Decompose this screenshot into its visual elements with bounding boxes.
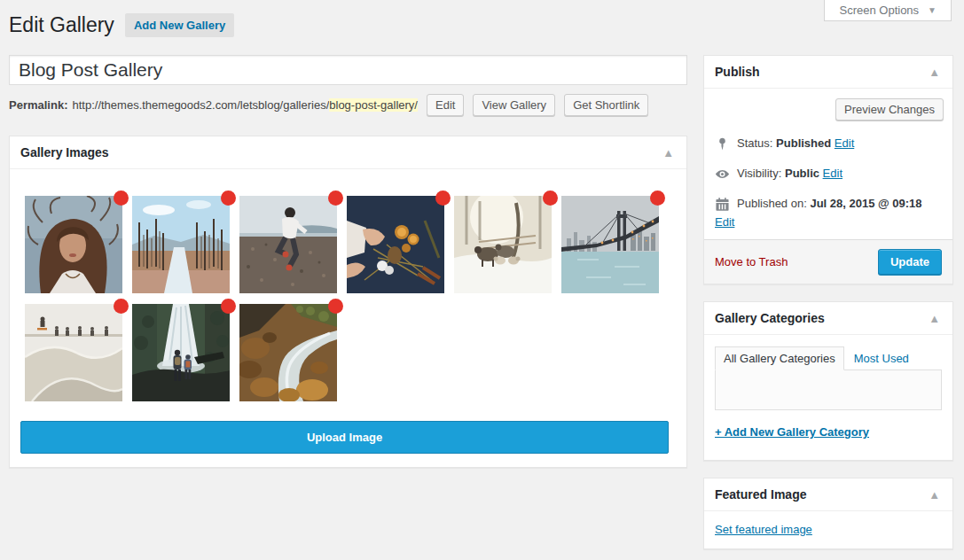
update-button[interactable]: Update <box>878 249 942 275</box>
publish-title: Publish <box>715 64 760 80</box>
gallery-thumbnail[interactable] <box>347 196 444 293</box>
gallery-thumbnail[interactable] <box>132 196 230 293</box>
gallery-thumbnail[interactable] <box>454 196 552 293</box>
edit-published-date-link[interactable]: Edit <box>715 215 734 229</box>
chevron-down-icon: ▼ <box>928 5 937 15</box>
featured-image-title: Featured Image <box>715 486 806 502</box>
screen-options-tab[interactable]: Screen Options ▼ <box>824 0 952 21</box>
status-text: Status: Published Edit <box>737 135 854 152</box>
brooklyn-bridge-image <box>561 196 659 293</box>
craft-flatlay-image <box>347 196 444 293</box>
pin-status-icon <box>715 136 730 152</box>
category-tabs: All Gallery Categories Most Used <box>715 346 942 369</box>
publish-metabox: Publish ▲ Preview Changes Status: Publis… <box>703 55 953 284</box>
visibility-text: Visibility: Public Edit <box>737 165 843 183</box>
gallery-categories-header: Gallery Categories ▲ <box>704 302 952 335</box>
gallery-images-title: Gallery Images <box>20 144 109 160</box>
tab-most-used[interactable]: Most Used <box>844 347 919 369</box>
skatepark-image <box>25 304 122 401</box>
status-row: Status: Published Edit <box>715 135 942 152</box>
rocky-stream-image <box>239 304 337 401</box>
gallery-images-header: Gallery Images ▲ <box>10 136 686 169</box>
permalink-label: Permalink: <box>9 98 67 112</box>
add-new-category-link[interactable]: + Add New Gallery Category <box>715 425 869 439</box>
edit-permalink-button[interactable]: Edit <box>427 94 464 116</box>
collapse-toggle-icon[interactable]: ▲ <box>927 312 942 325</box>
runner-beach-image <box>239 196 337 293</box>
published-on-text: Published on: Jul 28, 2015 @ 09:18 <box>737 195 922 213</box>
view-gallery-button[interactable]: View Gallery <box>473 94 555 116</box>
gallery-thumbnail[interactable] <box>132 304 230 401</box>
gallery-title-input[interactable] <box>9 55 687 85</box>
gallery-images-metabox: Gallery Images ▲ <box>9 136 687 468</box>
publish-header: Publish ▲ <box>704 56 952 89</box>
tab-all-categories[interactable]: All Gallery Categories <box>715 346 844 370</box>
remove-image-button[interactable] <box>543 191 558 206</box>
remove-image-button[interactable] <box>114 191 129 206</box>
remove-image-button[interactable] <box>435 191 451 206</box>
page-title: Edit Gallery <box>9 12 114 38</box>
visibility-row: Visibility: Public Edit <box>715 165 942 183</box>
gallery-thumbnails-grid <box>19 196 678 401</box>
gallery-thumbnail[interactable] <box>239 196 337 293</box>
category-list-panel <box>715 369 942 410</box>
calendar-icon <box>715 197 730 212</box>
get-shortlink-button[interactable]: Get Shortlink <box>564 94 648 116</box>
featured-image-header: Featured Image ▲ <box>704 478 952 511</box>
featured-image-metabox: Featured Image ▲ Set featured image <box>703 478 953 549</box>
remove-image-button[interactable] <box>221 191 236 206</box>
edit-visibility-link[interactable]: Edit <box>823 167 843 180</box>
remove-image-button[interactable] <box>328 191 343 206</box>
published-on-row: Published on: Jul 28, 2015 @ 09:18 <box>715 195 942 213</box>
burned-forest-image <box>132 196 230 293</box>
permalink-url: http://themes.themegoods2.com/letsblog/g… <box>72 98 418 112</box>
gallery-thumbnail[interactable] <box>25 304 122 401</box>
page-heading-row: Edit Gallery Add New Gallery <box>9 12 964 38</box>
add-new-gallery-button[interactable]: Add New Gallery <box>125 13 234 37</box>
preview-changes-button[interactable]: Preview Changes <box>835 98 944 121</box>
gallery-thumbnail[interactable] <box>239 304 337 401</box>
remove-image-button[interactable] <box>221 299 236 314</box>
move-to-trash-link[interactable]: Move to Trash <box>715 255 788 268</box>
set-featured-image-link[interactable]: Set featured image <box>715 523 812 536</box>
edit-status-link[interactable]: Edit <box>835 136 854 150</box>
sheep-snow-image <box>454 196 552 293</box>
remove-image-button[interactable] <box>328 299 343 314</box>
waterfall-hikers-image <box>132 304 230 401</box>
publishing-actions: Move to Trash Update <box>704 239 952 284</box>
collapse-toggle-icon[interactable]: ▲ <box>927 66 942 79</box>
upload-image-button[interactable]: Upload Image <box>20 421 669 454</box>
collapse-toggle-icon[interactable]: ▲ <box>927 488 942 502</box>
remove-image-button[interactable] <box>114 299 129 314</box>
gallery-thumbnail[interactable] <box>25 196 122 293</box>
screen-options-label: Screen Options <box>839 4 919 17</box>
gallery-thumbnail[interactable] <box>561 196 659 293</box>
gallery-categories-metabox: Gallery Categories ▲ All Gallery Categor… <box>703 301 953 461</box>
permalink-slug[interactable]: blog-post-gallery/ <box>329 98 418 112</box>
portrait-woman-image <box>25 196 122 293</box>
eye-visibility-icon <box>715 167 730 182</box>
permalink-row: Permalink: http://themes.themegoods2.com… <box>9 94 687 116</box>
gallery-categories-title: Gallery Categories <box>715 310 825 326</box>
remove-image-button[interactable] <box>650 191 665 206</box>
collapse-toggle-icon[interactable]: ▲ <box>661 146 676 159</box>
